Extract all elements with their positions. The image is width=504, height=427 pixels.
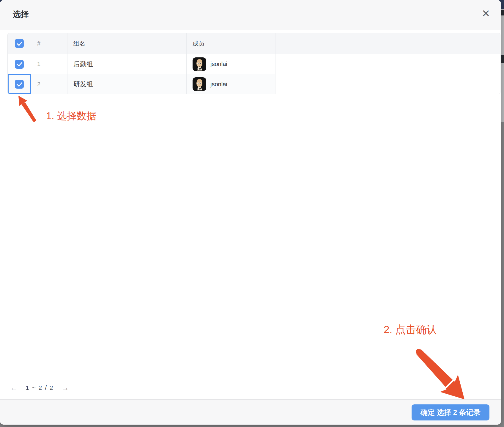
page-range: 1 ~ 2 / 2 [26, 384, 53, 391]
row-filler [275, 74, 500, 94]
select-all-checkbox[interactable] [15, 39, 24, 48]
row-checkbox[interactable] [15, 80, 24, 89]
screen: 选择 ✕ # 组名 成员 1 后勤组 [0, 0, 504, 427]
annotation-step1: 1. 选择数据 [46, 109, 96, 123]
row-member: jsonlai [187, 54, 275, 74]
table-row[interactable]: 1 后勤组 jsonlai [8, 54, 500, 74]
header-group-name: 组名 [67, 33, 187, 54]
header-select-all-cell [8, 33, 31, 54]
member-name: jsonlai [210, 61, 227, 67]
group-name-value: 后勤组 [73, 60, 93, 69]
dialog-footer: 确定 选择 2 条记录 [0, 399, 501, 425]
dialog-title: 选择 [13, 9, 29, 20]
next-page-icon[interactable]: → [61, 383, 69, 393]
annotation-arrow-down-icon [410, 345, 475, 404]
member-avatar [193, 77, 206, 91]
row-index-value: 2 [37, 81, 40, 88]
member-name: jsonlai [210, 81, 227, 88]
row-checkbox[interactable] [15, 60, 24, 69]
row-select-cell-focused [8, 74, 31, 94]
annotation-step2: 2. 点击确认 [384, 323, 437, 337]
backdrop-text-fragment [501, 10, 504, 15]
confirm-button[interactable]: 确定 选择 2 条记录 [412, 404, 489, 420]
dialog-header: 选择 ✕ [0, 0, 501, 30]
row-filler [275, 54, 500, 74]
annotation-arrow-up-icon [15, 93, 40, 123]
header-members: 成员 [187, 33, 275, 54]
member-avatar [193, 57, 206, 71]
pagination: ← 1 ~ 2 / 2 → [10, 382, 69, 393]
header-index: # [31, 33, 67, 54]
table-row[interactable]: 2 研发组 jsonlai [8, 74, 500, 94]
groups-table: # 组名 成员 1 后勤组 [7, 33, 500, 94]
prev-page-icon[interactable]: ← [10, 383, 18, 393]
row-index: 1 [31, 54, 67, 74]
table-header-row: # 组名 成员 [8, 33, 500, 54]
group-name-value: 研发组 [73, 80, 93, 89]
row-index: 2 [31, 74, 67, 94]
row-group-name: 后勤组 [67, 54, 187, 74]
row-select-cell [8, 54, 31, 74]
row-member: jsonlai [187, 74, 275, 94]
header-filler [275, 33, 500, 54]
backdrop-page-strip [501, 9, 504, 122]
select-dialog: 选择 ✕ # 组名 成员 1 后勤组 [0, 0, 501, 425]
row-index-value: 1 [37, 61, 40, 67]
row-group-name: 研发组 [67, 74, 187, 94]
close-icon[interactable]: ✕ [479, 7, 493, 20]
backdrop-text-fragment [501, 55, 504, 63]
